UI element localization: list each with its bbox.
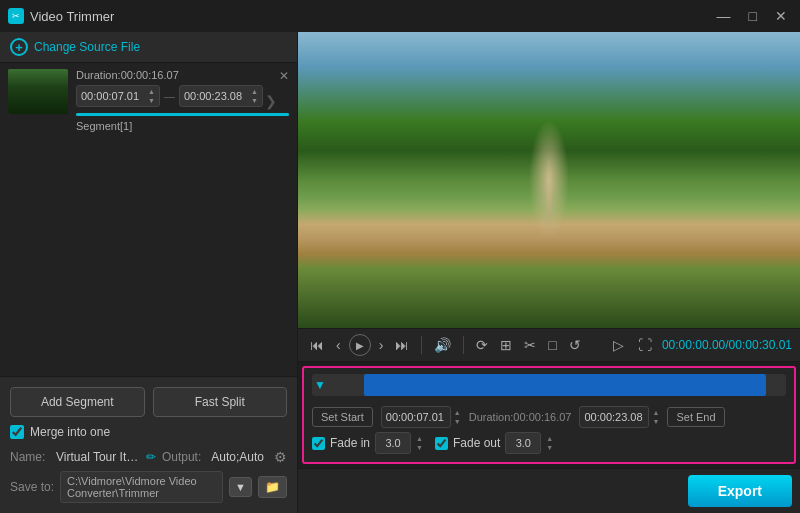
trim-start-input[interactable]	[381, 406, 451, 428]
maximize-button[interactable]: □	[744, 6, 762, 26]
fade-controls: Fade in ▲ ▼ Fade out ▲ ▼	[312, 430, 786, 456]
title-bar: ✂ Video Trimmer — □ ✕	[0, 0, 800, 32]
trim-end-spinner[interactable]: ▲ ▼	[652, 408, 659, 426]
toolbar-separator-2	[463, 336, 464, 354]
left-panel: + Change Source File Duration:00:00:16.0…	[0, 32, 298, 513]
segment-info: Duration:00:00:16.07 ▲ ▼ —	[76, 69, 289, 132]
segment-label: Segment[1]	[76, 120, 289, 132]
fade-in-input[interactable]	[375, 432, 411, 454]
output-settings-icon[interactable]: ⚙	[274, 449, 287, 465]
trim-start-down[interactable]: ▼	[454, 417, 461, 426]
playback-toolbar: ⏮ ‹ ▶ › ⏭ 🔊 ⟳ ⊞ ✂ □ ↺ ▷ ⛶ 00:00:00.00/00…	[298, 328, 800, 362]
fade-in-down[interactable]: ▼	[416, 443, 423, 452]
start-time-group[interactable]: ▲ ▼	[76, 85, 160, 107]
export-area: Export	[298, 468, 800, 513]
time-inputs: ▲ ▼ — ▲ ▼	[76, 85, 289, 107]
fade-out-input[interactable]	[505, 432, 541, 454]
set-end-button[interactable]: Set End	[667, 407, 724, 427]
merge-label: Merge into one	[30, 425, 110, 439]
bottom-left: Add Segment Fast Split Merge into one Na…	[0, 376, 297, 513]
toolbar-separator-1	[421, 336, 422, 354]
trim-start-spinner[interactable]: ▲ ▼	[454, 408, 461, 426]
right-panel: ⏮ ‹ ▶ › ⏭ 🔊 ⟳ ⊞ ✂ □ ↺ ▷ ⛶ 00:00:00.00/00…	[298, 32, 800, 513]
trim-timeline: ▼ Set Start ▲ ▼ Duration:00:00:16.07	[302, 366, 796, 464]
file-name-row: Name: Virtual Tour It'...(Intramuros).mp…	[10, 449, 287, 465]
end-time-input[interactable]	[184, 90, 249, 102]
file-name-value: Virtual Tour It'...(Intramuros).mp4	[56, 450, 140, 464]
next-frame-button[interactable]: ›	[375, 335, 388, 355]
segment-actions: Add Segment Fast Split	[10, 387, 287, 417]
fullscreen-button[interactable]: ⛶	[634, 335, 656, 355]
title-bar-left: ✂ Video Trimmer	[8, 8, 114, 24]
skip-back-button[interactable]: ⏮	[306, 335, 328, 355]
set-start-button[interactable]: Set Start	[312, 407, 373, 427]
fade-out-label: Fade out	[453, 436, 500, 450]
replay-button[interactable]: ↺	[565, 335, 585, 355]
change-source-button[interactable]: Change Source File	[34, 40, 140, 54]
loop-button[interactable]: ⟳	[472, 335, 492, 355]
fade-out-down[interactable]: ▼	[546, 443, 553, 452]
save-folder-button[interactable]: 📁	[258, 476, 287, 498]
save-dropdown-button[interactable]: ▼	[229, 477, 252, 497]
segment-close-button[interactable]: ✕	[279, 69, 289, 83]
app-title: Video Trimmer	[30, 9, 114, 24]
volume-button[interactable]: 🔊	[430, 335, 455, 355]
start-time-up[interactable]: ▲	[148, 87, 155, 96]
fade-out-checkbox[interactable]	[435, 437, 448, 450]
main-layout: + Change Source File Duration:00:00:16.0…	[0, 32, 800, 513]
segment-progress	[76, 113, 289, 116]
playlist-button[interactable]: ▷	[609, 335, 628, 355]
toolbar-right: ▷ ⛶ 00:00:00.00/00:00:30.01	[609, 335, 792, 355]
fade-in-group: Fade in ▲ ▼	[312, 432, 423, 454]
trim-duration-label: Duration:00:00:16.07	[469, 411, 572, 423]
source-bar: + Change Source File	[0, 32, 297, 63]
start-time-input[interactable]	[81, 90, 146, 102]
save-row: Save to: C:\Vidmore\Vidmore Video Conver…	[10, 471, 287, 503]
skip-end-button[interactable]: ⏭	[391, 335, 413, 355]
trim-end-down[interactable]: ▼	[652, 417, 659, 426]
app-icon: ✂	[8, 8, 24, 24]
name-label: Name:	[10, 450, 50, 464]
end-time-up[interactable]: ▲	[251, 87, 258, 96]
fade-in-checkbox[interactable]	[312, 437, 325, 450]
prev-frame-button[interactable]: ‹	[332, 335, 345, 355]
segment-item: Duration:00:00:16.07 ▲ ▼ —	[8, 69, 289, 132]
fade-out-spinner[interactable]: ▲ ▼	[546, 434, 553, 452]
output-label: Output:	[162, 450, 201, 464]
trim-start-up[interactable]: ▲	[454, 408, 461, 417]
trim-end-input[interactable]	[579, 406, 649, 428]
end-time-down[interactable]: ▼	[251, 96, 258, 105]
trim-controls: Set Start ▲ ▼ Duration:00:00:16.07 ▲ ▼	[312, 402, 786, 430]
time-separator: —	[164, 90, 175, 102]
fade-in-spinner[interactable]: ▲ ▼	[416, 434, 423, 452]
snapshot-button[interactable]: □	[544, 335, 560, 355]
save-path: C:\Vidmore\Vidmore Video Converter\Trimm…	[60, 471, 223, 503]
play-button[interactable]: ▶	[349, 334, 371, 356]
end-time-group[interactable]: ▲ ▼	[179, 85, 263, 107]
close-button[interactable]: ✕	[770, 6, 792, 26]
end-time-spinner[interactable]: ▲ ▼	[251, 87, 258, 105]
fade-out-group: Fade out ▲ ▼	[435, 432, 553, 454]
merge-row: Merge into one	[10, 425, 287, 439]
fast-split-button[interactable]: Fast Split	[153, 387, 288, 417]
timeline-track[interactable]: ▼	[312, 374, 786, 396]
fade-in-up[interactable]: ▲	[416, 434, 423, 443]
start-time-down[interactable]: ▼	[148, 96, 155, 105]
add-source-icon[interactable]: +	[10, 38, 28, 56]
crop-button[interactable]: ⊞	[496, 335, 516, 355]
trim-end-up[interactable]: ▲	[652, 408, 659, 417]
add-segment-button[interactable]: Add Segment	[10, 387, 145, 417]
edit-name-icon[interactable]: ✏	[146, 450, 156, 464]
segment-panel: Duration:00:00:16.07 ▲ ▼ —	[0, 63, 297, 376]
filter-icon: ▼	[314, 378, 326, 392]
scissors-button[interactable]: ✂	[520, 335, 540, 355]
export-button[interactable]: Export	[688, 475, 792, 507]
fade-out-up[interactable]: ▲	[546, 434, 553, 443]
merge-checkbox[interactable]	[10, 425, 24, 439]
segment-duration: Duration:00:00:16.07	[76, 69, 289, 81]
toolbar-left: ⏮ ‹ ▶ › ⏭ 🔊 ⟳ ⊞ ✂ □ ↺	[306, 334, 585, 356]
output-value: Auto;Auto	[211, 450, 264, 464]
fade-in-label: Fade in	[330, 436, 370, 450]
start-time-spinner[interactable]: ▲ ▼	[148, 87, 155, 105]
minimize-button[interactable]: —	[712, 6, 736, 26]
